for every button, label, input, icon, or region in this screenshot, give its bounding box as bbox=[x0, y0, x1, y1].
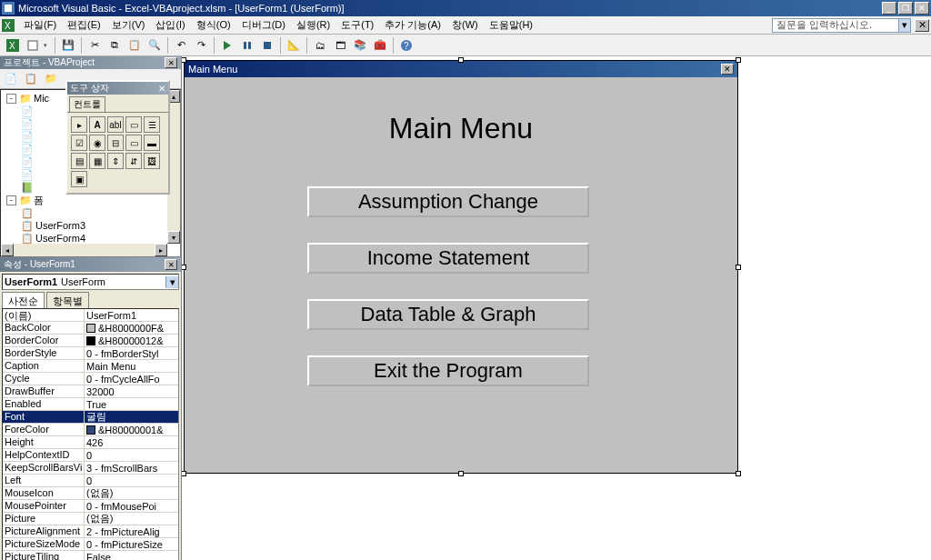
spinbutton-tool-icon[interactable]: ⇵ bbox=[125, 153, 142, 169]
property-value[interactable]: True bbox=[85, 398, 178, 410]
label-tool-icon[interactable]: A bbox=[89, 116, 105, 133]
property-row[interactable]: EnabledTrue bbox=[3, 398, 178, 411]
tree-node[interactable]: 📋UserForm4 bbox=[3, 232, 178, 245]
property-value[interactable]: False bbox=[85, 551, 178, 560]
break-button[interactable] bbox=[238, 36, 256, 55]
ask-question-dropdown[interactable]: ▾ bbox=[898, 18, 911, 33]
project-explorer-button[interactable]: 🗂 bbox=[311, 36, 329, 55]
userform-close-button[interactable]: ✕ bbox=[721, 64, 734, 75]
object-browser-button[interactable]: 📚 bbox=[351, 36, 369, 55]
property-row[interactable]: Font굴림 bbox=[3, 411, 178, 424]
close-button[interactable]: ✕ bbox=[915, 2, 929, 15]
tree-expand-icon[interactable]: - bbox=[6, 94, 16, 104]
optionbutton-tool-icon[interactable]: ◉ bbox=[89, 135, 105, 151]
property-value[interactable]: UserForm1 bbox=[85, 309, 178, 321]
menu-addins[interactable]: 추가 기능(A) bbox=[379, 16, 446, 34]
design-mode-button[interactable]: 📐 bbox=[285, 36, 303, 55]
property-value[interactable]: 0 - fmBorderStyl bbox=[85, 347, 178, 359]
data-table-graph-button[interactable]: Data Table & Graph bbox=[307, 299, 589, 330]
resize-handle[interactable] bbox=[736, 265, 741, 270]
menu-edit[interactable]: 편집(E) bbox=[62, 16, 106, 34]
paste-button[interactable]: 📋 bbox=[125, 36, 144, 55]
checkbox-tool-icon[interactable]: ☑ bbox=[71, 135, 87, 151]
property-row[interactable]: Cycle0 - fmCycleAllFo bbox=[3, 373, 178, 385]
multipage-tool-icon[interactable]: ▦ bbox=[89, 153, 105, 169]
view-excel-button[interactable]: X bbox=[4, 36, 22, 55]
properties-panel-close[interactable]: ✕ bbox=[165, 259, 177, 270]
exit-program-button[interactable]: Exit the Program bbox=[307, 355, 589, 386]
undo-button[interactable]: ↶ bbox=[172, 36, 190, 55]
menu-view[interactable]: 보기(V) bbox=[106, 16, 151, 34]
maximize-button[interactable]: ❐ bbox=[898, 2, 913, 15]
property-value[interactable]: &H80000012& bbox=[85, 335, 178, 346]
resize-handle[interactable] bbox=[736, 57, 741, 63]
insert-dropdown[interactable]: ▾ bbox=[44, 42, 51, 49]
redo-button[interactable]: ↷ bbox=[192, 36, 210, 55]
refedit-tool-icon[interactable]: ▣ bbox=[71, 171, 87, 187]
tree-node[interactable]: 📋 bbox=[3, 206, 178, 219]
property-row[interactable]: ForeColor&H80000001& bbox=[3, 424, 178, 436]
property-value[interactable]: 0 - fmMousePoi bbox=[85, 500, 178, 512]
toolbox-button[interactable]: 🧰 bbox=[371, 36, 389, 55]
property-row[interactable]: BackColor&H8000000F& bbox=[3, 322, 178, 335]
tree-scrollbar-horizontal[interactable]: ◂ ▸ bbox=[1, 244, 167, 256]
ask-question-box[interactable]: 질문을 입력하십시오. bbox=[772, 18, 899, 33]
userform-preview[interactable]: Main Menu ✕ Main Menu Assumption Change … bbox=[184, 60, 738, 474]
cut-button[interactable]: ✂ bbox=[85, 36, 104, 55]
property-row[interactable]: Left0 bbox=[3, 475, 178, 487]
menu-insert[interactable]: 삽입(I) bbox=[150, 16, 190, 34]
find-button[interactable]: 🔍 bbox=[145, 36, 164, 55]
help-button[interactable]: ? bbox=[397, 36, 415, 55]
properties-window-button[interactable]: 🗔 bbox=[331, 36, 349, 55]
property-row[interactable]: DrawBuffer32000 bbox=[3, 385, 178, 398]
view-code-button[interactable]: 📄 bbox=[2, 71, 20, 87]
commandbutton-tool-icon[interactable]: ▬ bbox=[144, 135, 160, 151]
resize-handle[interactable] bbox=[458, 57, 464, 63]
save-button[interactable]: 💾 bbox=[59, 36, 77, 55]
property-row[interactable]: Height426 bbox=[3, 436, 178, 449]
togglebutton-tool-icon[interactable]: ⊟ bbox=[107, 135, 124, 151]
tree-expand-icon[interactable]: - bbox=[6, 195, 16, 205]
property-value[interactable]: 3 - fmScrollBars bbox=[85, 462, 178, 474]
property-value[interactable]: 0 bbox=[85, 449, 178, 461]
property-value[interactable]: 2 - fmPictureAlig bbox=[85, 525, 178, 537]
listbox-tool-icon[interactable]: ☰ bbox=[144, 116, 160, 133]
resize-handle[interactable] bbox=[182, 471, 186, 476]
assumption-change-button[interactable]: Assumption Change bbox=[307, 186, 589, 217]
project-panel-close[interactable]: ✕ bbox=[165, 57, 177, 68]
property-value[interactable]: 0 - fmPictureSize bbox=[85, 538, 178, 550]
property-value[interactable]: (없음) bbox=[85, 487, 178, 499]
resize-handle[interactable] bbox=[182, 265, 186, 270]
minimize-button[interactable]: _ bbox=[882, 2, 896, 15]
property-value[interactable]: 0 - fmCycleAllFo bbox=[85, 373, 178, 385]
frame-tool-icon[interactable]: ▭ bbox=[125, 135, 142, 151]
property-value[interactable]: 굴림 bbox=[85, 411, 178, 423]
tree-node[interactable]: 📋UserForm3 bbox=[3, 219, 178, 232]
property-value[interactable]: (없음) bbox=[85, 513, 178, 525]
run-button[interactable] bbox=[218, 36, 236, 55]
menu-run[interactable]: 실행(R) bbox=[291, 16, 335, 34]
properties-object-dropdown[interactable]: UserForm1 UserForm ▾ bbox=[2, 274, 179, 290]
textbox-tool-icon[interactable]: abl bbox=[107, 116, 124, 133]
copy-button[interactable]: ⧉ bbox=[105, 36, 124, 55]
resize-handle[interactable] bbox=[182, 57, 186, 63]
combobox-tool-icon[interactable]: ▭ bbox=[125, 116, 142, 133]
tabstrip-tool-icon[interactable]: ▤ bbox=[71, 153, 87, 169]
menu-format[interactable]: 형식(O) bbox=[191, 16, 236, 34]
property-row[interactable]: MousePointer0 - fmMousePoi bbox=[3, 500, 178, 513]
property-row[interactable]: HelpContextID0 bbox=[3, 449, 178, 462]
property-row[interactable]: PictureAlignment2 - fmPictureAlig bbox=[3, 525, 178, 538]
reset-button[interactable] bbox=[258, 36, 276, 55]
property-row[interactable]: PictureTilingFalse bbox=[3, 551, 178, 560]
toolbox-titlebar[interactable]: 도구 상자 ✕ bbox=[67, 82, 168, 95]
mdi-close-button[interactable]: ✕ bbox=[915, 19, 929, 32]
view-object-button[interactable]: 📋 bbox=[22, 71, 40, 87]
scrollbar-tool-icon[interactable]: ⇕ bbox=[107, 153, 124, 169]
image-tool-icon[interactable]: 🖼 bbox=[144, 153, 160, 169]
pointer-tool-icon[interactable]: ▸ bbox=[71, 116, 87, 133]
property-value[interactable]: 426 bbox=[85, 436, 178, 448]
toolbox-window[interactable]: 도구 상자 ✕ 컨트롤 ▸ A abl ▭ ☰ ☑ ◉ ⊟ ▭ ▬ ▤ ▦ ⇕ … bbox=[65, 80, 170, 195]
property-row[interactable]: BorderColor&H80000012& bbox=[3, 335, 178, 347]
menu-debug[interactable]: 디버그(D) bbox=[236, 16, 291, 34]
property-value[interactable]: 0 bbox=[85, 475, 178, 486]
